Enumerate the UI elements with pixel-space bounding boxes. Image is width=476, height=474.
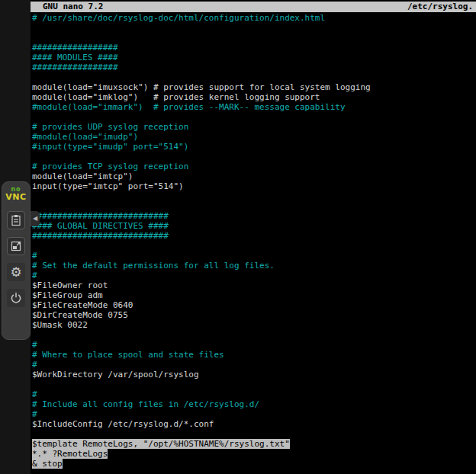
editor-line: ########################### [32, 211, 476, 221]
control-bar-handle[interactable]: ◀ [31, 211, 40, 226]
nano-titlebar: GNU nano 7.2 /etc/rsyslog. [31, 2, 476, 12]
editor-line [32, 72, 476, 82]
editor-line: # [32, 389, 476, 399]
nano-app-title: GNU nano 7.2 [43, 2, 103, 12]
editor-line: # Include all config files in /etc/rsysl… [32, 399, 476, 409]
editor-line [32, 241, 476, 251]
editor-line: module(load="imuxsock") # provides suppo… [32, 82, 476, 92]
editor-line: # [32, 409, 476, 419]
editor-line: # /usr/share/doc/rsyslog-doc/html/config… [32, 13, 476, 23]
editor-line: ################# [32, 43, 476, 53]
editor-line [32, 112, 476, 122]
editor-line: $IncludeConfig /etc/rsyslog.d/*.conf [32, 419, 476, 429]
novnc-logo-vnc: VNC [5, 193, 26, 201]
editor-line: & stop [32, 459, 476, 469]
editor-line: *.* ?RemoteLogs [32, 449, 476, 459]
power-icon [10, 292, 22, 304]
editor-line: # provides TCP syslog reception [32, 162, 476, 171]
fullscreen-icon [10, 240, 22, 252]
editor-line [32, 191, 476, 201]
editor-line: # provides UDP syslog reception [32, 122, 476, 132]
terminal-window[interactable]: GNU nano 7.2 /etc/rsyslog. # /usr/share/… [31, 0, 476, 474]
editor-line: # Set the default permissions for all lo… [32, 261, 476, 271]
editor-line: # [32, 271, 476, 280]
editor-line [32, 429, 476, 439]
collapse-arrow-icon: ◀ [33, 215, 37, 222]
gear-icon: ⚙ [10, 266, 21, 279]
editor-line: #input(type="imudp" port="514") [32, 142, 476, 152]
novnc-logo: no VNC [5, 187, 26, 201]
editor-line: ################# [32, 62, 476, 72]
editor-line: $FileCreateMode 0640 [32, 300, 476, 310]
power-button[interactable] [7, 289, 25, 307]
editor-line: #### MODULES #### [32, 53, 476, 62]
editor-line [32, 201, 476, 211]
fullscreen-button[interactable] [7, 237, 25, 255]
editor-line: # [32, 251, 476, 261]
editor-buffer[interactable]: # /usr/share/doc/rsyslog-doc/html/config… [32, 13, 476, 474]
editor-line: ########################### [32, 231, 476, 241]
editor-line: $FileOwner root [32, 280, 476, 290]
editor-line: #### GLOBAL DIRECTIVES #### [32, 221, 476, 231]
editor-line: $FileGroup adm [32, 290, 476, 300]
editor-line: # Where to place spool and state files [32, 350, 476, 360]
editor-line: $template RemoteLogs, "/opt/%HOSTNAME%/r… [32, 439, 476, 449]
editor-line [32, 380, 476, 389]
editor-line: $Umask 0022 [32, 320, 476, 330]
editor-line: $DirCreateMode 0755 [32, 310, 476, 320]
editor-line [32, 33, 476, 43]
nano-file-path: /etc/rsyslog. [407, 2, 473, 12]
novnc-control-bar: no VNC ⚙ [2, 181, 31, 340]
editor-line [32, 23, 476, 33]
editor-line: # [32, 360, 476, 370]
editor-line: $WorkDirectory /var/spool/rsyslog [32, 370, 476, 380]
settings-button[interactable]: ⚙ [7, 263, 25, 281]
clipboard-icon [10, 214, 22, 226]
editor-line: module(load="imtcp") [32, 171, 476, 181]
editor-line: #module(load="immark") # provides --MARK… [32, 102, 476, 112]
editor-line [32, 152, 476, 162]
editor-line [32, 330, 476, 340]
clipboard-button[interactable] [7, 211, 25, 229]
editor-line: input(type="imtcp" port="514") [32, 181, 476, 191]
editor-line: # [32, 340, 476, 350]
editor-line: #module(load="imudp") [32, 132, 476, 142]
editor-line: module(load="imklog") # provides kernel … [32, 92, 476, 102]
